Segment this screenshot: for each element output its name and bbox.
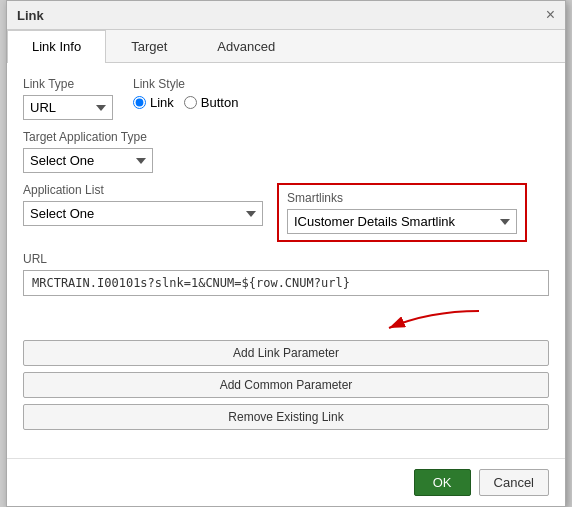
arrow-annotation: [349, 306, 489, 336]
radio-link-input[interactable]: [133, 96, 146, 109]
link-style-label: Link Style: [133, 77, 238, 91]
link-type-label: Link Type: [23, 77, 113, 91]
url-input[interactable]: [23, 270, 549, 296]
smartlinks-box: Smartlinks ICustomer Details Smartlink: [277, 183, 527, 242]
dialog-title: Link: [17, 8, 44, 23]
tab-target[interactable]: Target: [106, 30, 192, 62]
radio-button-input[interactable]: [184, 96, 197, 109]
app-list-group: Application List Select One: [23, 183, 263, 242]
radio-link[interactable]: Link: [133, 95, 174, 110]
url-row: URL: [23, 252, 549, 296]
dialog-titlebar: Link ×: [7, 1, 565, 30]
app-list-smartlinks-row: Application List Select One Smartlinks I…: [23, 183, 549, 242]
smartlinks-select[interactable]: ICustomer Details Smartlink: [287, 209, 517, 234]
target-app-type-select[interactable]: Select One: [23, 148, 153, 173]
ok-button[interactable]: OK: [414, 469, 471, 496]
url-label: URL: [23, 252, 549, 266]
smartlinks-label: Smartlinks: [287, 191, 517, 205]
close-button[interactable]: ×: [546, 7, 555, 23]
app-list-label: Application List: [23, 183, 263, 197]
link-type-select[interactable]: URL: [23, 95, 113, 120]
tab-advanced[interactable]: Advanced: [192, 30, 300, 62]
radio-button-label: Button: [201, 95, 239, 110]
link-style-group: Link Style Link Button: [133, 77, 238, 110]
tab-link-info[interactable]: Link Info: [7, 30, 106, 63]
target-app-type-label: Target Application Type: [23, 130, 549, 144]
radio-button[interactable]: Button: [184, 95, 239, 110]
link-dialog: Link × Link Info Target Advanced Link Ty…: [6, 0, 566, 507]
link-type-group: Link Type URL: [23, 77, 113, 120]
link-style-radios: Link Button: [133, 95, 238, 110]
remove-existing-link-button[interactable]: Remove Existing Link: [23, 404, 549, 430]
arrow-container: [23, 306, 549, 336]
add-common-parameter-button[interactable]: Add Common Parameter: [23, 372, 549, 398]
link-type-style-row: Link Type URL Link Style Link Button: [23, 77, 549, 120]
cancel-button[interactable]: Cancel: [479, 469, 549, 496]
action-buttons: Add Link Parameter Add Common Parameter …: [23, 340, 549, 436]
target-app-type-row: Target Application Type Select One: [23, 130, 549, 173]
add-link-parameter-button[interactable]: Add Link Parameter: [23, 340, 549, 366]
dialog-footer: OK Cancel: [7, 458, 565, 506]
dialog-body: Link Type URL Link Style Link Button: [7, 63, 565, 458]
radio-link-label: Link: [150, 95, 174, 110]
app-list-select[interactable]: Select One: [23, 201, 263, 226]
tab-bar: Link Info Target Advanced: [7, 30, 565, 63]
